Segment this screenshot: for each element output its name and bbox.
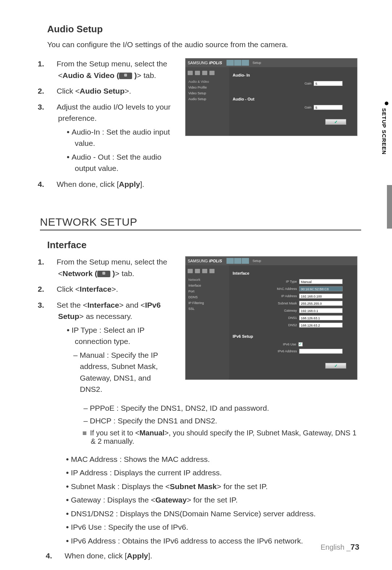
iptype-select[interactable]: Manual [299,279,343,284]
text: ]. [148,551,152,560]
sm-item[interactable]: Port [187,288,228,294]
bullet-ipv6-addr: IPv6 Address : Obtains the IPv6 address … [66,535,361,547]
mac-input[interactable]: 00:16:6C:52:B8:C8 [299,286,343,291]
text: Apply [119,180,140,188]
text: > tab. [137,71,156,79]
note-icon [83,431,86,435]
lbl: IPv6 Use [271,343,296,346]
audio-setup-heading: Audio Setup [47,24,361,35]
side-tab: SETUP SCREEN [381,102,392,181]
text: When done, click [ [65,551,127,560]
side-thumb-marker [387,185,392,229]
audio-setup-screenshot: SAMSUNG iPOLiS Setup Audio & Video Video… [185,58,358,136]
note-manual: If you set it to <Manual>, you should sp… [83,429,361,446]
text: Interface [80,285,112,293]
text: > for the set IP. [187,496,237,504]
gain-input[interactable]: 5 [314,105,343,110]
gain-label: Gain [286,82,311,85]
top-tab-3[interactable] [242,60,249,66]
sm-item[interactable]: SSL [187,306,228,312]
text: Apply [127,551,148,560]
sub-pppoe: PPPoE : Specify the DNS1, DNS2, ID and p… [83,402,361,414]
audio-step-3: 3.Adjust the audio I/O levels to your pr… [40,101,174,174]
network-setup-heading: NETWORK SETUP [40,216,361,230]
sm-icon[interactable] [188,71,193,75]
apply-button[interactable]: ✓ [325,363,346,369]
text: ) [110,269,115,278]
audio-bullet-out: Audio - Out : Set the audio output value… [67,151,174,174]
sm-item[interactable]: DDNS [187,294,228,300]
text: ) [132,71,137,79]
top-tab-1[interactable] [226,258,234,264]
network-tab-icon [97,271,110,277]
text: Subnet Mask : Displays the < [71,482,170,491]
lbl: Subnet Mask [271,302,297,305]
top-tab-3[interactable] [242,258,249,264]
check-icon: ✓ [334,120,338,124]
sm-item[interactable]: IP Filtering [187,300,228,306]
gateway-input[interactable]: 192.168.0.1 [299,308,343,313]
ipv6-use-checkbox[interactable] [298,342,303,346]
sm-item[interactable]: Interface [187,283,228,288]
check-icon: ✓ [334,364,338,368]
footer-lang: English _ [320,543,350,551]
shot-header: SAMSUNG iPOLiS Setup [185,58,357,67]
text: Gateway : Displays the < [71,496,155,504]
net-step-3: 3.Set the <Interface> and <IPv6 Setup> a… [40,299,174,395]
top-tab-2[interactable] [234,60,241,66]
net-step-1: 1.From the Setup menu, select the <Netwo… [40,256,174,279]
sm-item[interactable]: Audio Setup [187,96,228,102]
lbl: DNS1 [271,316,297,320]
sub-manual: Manual : Specify the IP address, Subnet … [73,349,174,395]
text: > as necessary. [79,312,132,320]
dns2-input[interactable]: 168.126.63.2 [299,323,343,328]
top-tab-1[interactable] [226,60,234,66]
shot-header: SAMSUNG iPOLiS Setup [185,257,357,265]
sm-icon[interactable] [195,269,200,273]
bullet-subnet: Subnet Mask : Displays the <Subnet Mask>… [66,481,361,492]
panel-heading: IPv6 Setup [233,334,354,339]
ipv6-addr-input[interactable] [299,349,343,354]
logo-samsung: SAMSUNG [188,259,208,263]
lbl: IP Type [271,280,297,283]
dns1-input[interactable]: 168.126.63.1 [299,315,343,320]
logo-ipolis: iPOLiS [209,259,222,263]
subnet-input[interactable]: 255.255.255.0 [299,301,343,306]
sm-icon[interactable] [209,269,215,273]
sm-item[interactable]: Video Profile [187,85,228,90]
sm-icon[interactable] [188,269,193,273]
text: Audio Setup [80,87,125,95]
text: > and < [119,301,145,309]
text: Click < [57,87,80,95]
audio-step-4: 4.When done, click [Apply]. [40,179,174,190]
setup-label: Setup [253,259,261,263]
panel-heading: Audio- In [233,73,354,77]
sm-item[interactable]: Video Setup [187,90,228,96]
text: Audio & Video ( [62,71,119,79]
sm-icon[interactable] [202,269,207,273]
net-step-4: 4.When done, click [Apply]. [48,550,361,562]
text: Subnet Mask [170,482,217,491]
top-tab-2[interactable] [234,258,241,264]
sm-heading: Audio & Video [187,79,228,85]
text: ]. [140,180,144,188]
bullet-ip: IP Address : Displays the current IP add… [66,467,361,479]
sm-icon[interactable] [202,71,207,75]
sm-heading: Network [187,277,228,283]
sm-icon[interactable] [209,71,215,75]
text: When done, click [ [57,180,119,188]
gain-input[interactable]: 5 [314,81,343,86]
net-step-2: 2.Click <Interface>. [40,283,174,295]
logo-samsung: SAMSUNG [188,61,208,65]
sm-icon[interactable] [195,71,200,75]
panel-heading: Interface [233,271,354,275]
audio-video-tab-icon [119,73,132,79]
bullet-dns: DNS1/DNS2 : Displays the DNS(Domain Name… [66,508,361,520]
side-menu: Audio & Video Video Profile Video Setup … [185,67,229,136]
lbl: MAC Address [271,287,297,291]
audio-intro: You can configure the I/O settings of th… [47,40,361,49]
ip-input[interactable]: 192.168.0.100 [299,294,343,299]
audio-step-1: 1.From the Setup menu, select the <Audio… [40,58,174,81]
apply-button[interactable]: ✓ [325,119,346,125]
text: Adjust the audio I/O levels to your pref… [57,103,171,123]
